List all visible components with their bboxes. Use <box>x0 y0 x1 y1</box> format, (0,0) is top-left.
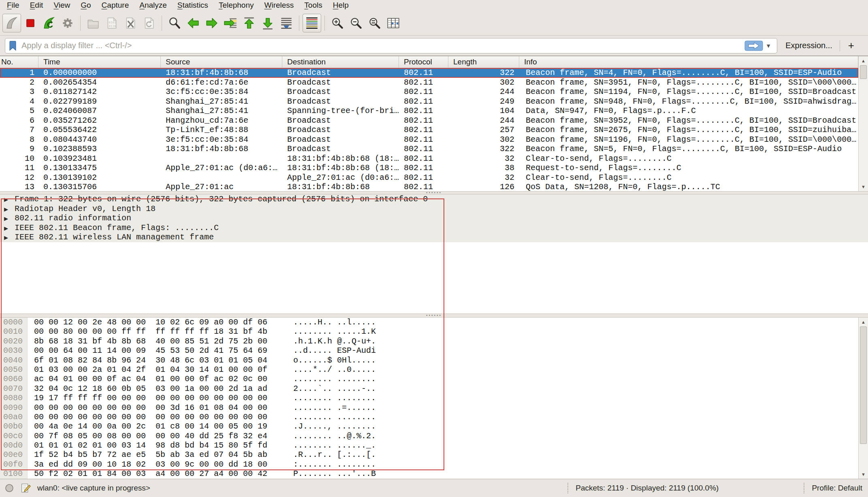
menu-wireless[interactable]: Wireless <box>259 0 299 11</box>
filter-history-caret[interactable]: ▼ <box>763 43 774 49</box>
packet-row[interactable]: 70.055536422Tp-LinkT_ef:48:88Broadcast80… <box>0 125 858 135</box>
packet-row[interactable]: 130.130315706Apple_27:01:ac18:31:bf:4b:8… <box>0 182 858 191</box>
hex-ascii[interactable]: :....... ........ <box>293 460 376 469</box>
go-last-packet-button[interactable] <box>258 14 277 32</box>
expression-button[interactable]: Expression... <box>777 41 840 50</box>
hex-row[interactable]: 0060ac 04 01 00 00 0f ac 04 01 00 00 0f … <box>0 374 858 384</box>
detail-row[interactable]: ▶802.11 radio information <box>0 213 868 223</box>
hex-ascii[interactable]: 2....`.. .....-.. <box>293 384 376 393</box>
expander-icon[interactable]: ▶ <box>4 233 15 242</box>
hex-ascii[interactable]: o......$ 0Hl..... <box>293 356 376 365</box>
zoom-out-button[interactable] <box>347 14 365 32</box>
expander-icon[interactable]: ▶ <box>4 195 15 204</box>
find-packet-button[interactable] <box>165 14 184 32</box>
open-file-button[interactable] <box>84 14 102 32</box>
hex-bytes[interactable]: 01 01 01 02 01 00 03 14 98 d8 bd b4 15 8… <box>34 441 267 450</box>
scroll-up-icon[interactable]: ▲ <box>859 318 868 326</box>
reload-file-button[interactable] <box>140 14 158 32</box>
hex-row[interactable]: 010050 f2 02 01 01 84 00 03 a4 00 00 27 … <box>0 469 858 478</box>
hex-row[interactable]: 009000 00 00 00 00 00 00 00 00 3d 16 01 … <box>0 403 858 412</box>
packet-row[interactable]: 120.130139102Apple_27:01:ac (d0:a6:…802.… <box>0 173 858 183</box>
colorize-packets-button[interactable] <box>303 14 321 32</box>
hex-bytes[interactable]: 00 00 00 00 00 00 00 00 00 00 00 00 00 0… <box>34 412 267 422</box>
packet-row[interactable]: 20.002654354d6:61:fe:cd:7a:6eBroadcast80… <box>0 78 858 87</box>
expander-icon[interactable]: ▶ <box>4 205 15 214</box>
menu-help[interactable]: Help <box>328 0 354 11</box>
hex-bytes[interactable]: 00 4a 0e 14 00 0a 00 2c 01 c8 00 14 00 0… <box>34 422 267 431</box>
menu-capture[interactable]: Capture <box>96 0 134 11</box>
packet-row[interactable]: 80.0804437403e:f5:cc:0e:35:84Broadcast80… <box>0 135 858 145</box>
hex-row[interactable]: 008019 17 ff ff ff 00 00 00 00 00 00 00 … <box>0 393 858 403</box>
hex-ascii[interactable]: ........ ........ <box>293 374 376 384</box>
detail-row[interactable]: ▶Frame 1: 322 bytes on wire (2576 bits),… <box>0 194 868 204</box>
hex-row[interactable]: 00a000 00 00 00 00 00 00 00 00 00 00 00 … <box>0 412 858 422</box>
packet-bytes-scrollbar[interactable]: ▲ ▼ <box>858 318 868 479</box>
add-filter-button[interactable]: + <box>840 39 863 52</box>
pane-splitter[interactable]: •••••• <box>0 191 868 194</box>
column-header-destination[interactable]: Destination <box>282 56 399 68</box>
hex-bytes[interactable]: 00 00 80 00 00 00 ff ff ff ff ff ff 18 3… <box>34 327 267 336</box>
hex-row[interactable]: 00e01f 52 b4 b5 b7 72 ae e5 5b ab 3a ed … <box>0 450 858 459</box>
menu-view[interactable]: View <box>48 0 75 11</box>
hex-bytes[interactable]: 00 00 64 00 11 14 00 09 45 53 50 2d 41 7… <box>34 346 267 355</box>
display-filter-input[interactable] <box>21 41 744 51</box>
menu-edit[interactable]: Edit <box>25 0 49 11</box>
capture-comment-icon[interactable] <box>20 483 31 493</box>
hex-ascii[interactable]: ........ .=...... <box>293 403 376 412</box>
hex-row[interactable]: 00406f 01 08 82 84 8b 96 24 30 48 6c 03 … <box>0 356 858 365</box>
detail-row[interactable]: ▶IEEE 802.11 Beacon frame, Flags: ......… <box>0 223 868 233</box>
scrollbar-thumb[interactable] <box>860 326 867 444</box>
auto-scroll-button[interactable] <box>277 14 296 32</box>
packet-row[interactable]: 10.00000000018:31:bf:4b:8b:68Broadcast80… <box>0 68 858 78</box>
column-header-length[interactable]: Length <box>448 56 519 68</box>
column-header-protocol[interactable]: Protocol <box>399 56 448 68</box>
column-header-no[interactable]: No. <box>0 56 38 68</box>
menu-telephony[interactable]: Telephony <box>213 0 259 11</box>
packet-row[interactable]: 110.130133475Apple_27:01:ac (d0:a6:…18:3… <box>0 163 858 173</box>
hex-row[interactable]: 00b000 4a 0e 14 00 0a 00 2c 01 c8 00 14 … <box>0 422 858 431</box>
hex-bytes[interactable]: 19 17 ff ff ff 00 00 00 00 00 00 00 00 0… <box>34 393 267 403</box>
hex-row[interactable]: 005001 03 00 00 2a 01 04 2f 01 04 30 14 … <box>0 365 858 374</box>
menu-analyze[interactable]: Analyze <box>134 0 172 11</box>
column-header-info[interactable]: Info <box>519 56 858 68</box>
hex-ascii[interactable]: ........ .....1.K <box>293 327 376 336</box>
column-header-time[interactable]: Time <box>38 56 161 68</box>
go-first-packet-button[interactable] <box>240 14 258 32</box>
packet-row[interactable]: 90.10238859318:31:bf:4b:8b:68Broadcast80… <box>0 144 858 154</box>
zoom-in-button[interactable] <box>328 14 347 32</box>
bookmark-icon[interactable] <box>8 41 21 51</box>
hex-ascii[interactable]: ....*../ ..0..... <box>293 365 376 374</box>
start-capture-button[interactable] <box>2 14 21 32</box>
go-forward-button[interactable] <box>203 14 221 32</box>
go-back-button[interactable] <box>184 14 203 32</box>
hex-ascii[interactable]: .R...r.. [.:...[. <box>293 450 376 459</box>
stop-capture-button[interactable] <box>21 14 40 32</box>
packet-row[interactable]: 40.022799189Shanghai_27:85:41Broadcast80… <box>0 97 858 107</box>
expander-icon[interactable]: ▶ <box>4 214 15 223</box>
detail-row[interactable]: ▶IEEE 802.11 wireless LAN management fra… <box>0 233 868 242</box>
scroll-down-icon[interactable]: ▼ <box>859 471 868 478</box>
menu-statistics[interactable]: Statistics <box>172 0 213 11</box>
hex-row[interactable]: 000000 00 12 00 2e 48 00 00 10 02 6c 09 … <box>0 318 858 327</box>
menu-go[interactable]: Go <box>75 0 96 11</box>
pane-splitter[interactable]: •••••• <box>0 314 868 318</box>
detail-row[interactable]: ▶Radiotap Header v0, Length 18 <box>0 204 868 214</box>
filter-apply-button[interactable] <box>744 41 763 51</box>
hex-bytes[interactable]: 32 04 0c 12 18 60 0b 05 03 00 1a 00 00 2… <box>34 384 267 393</box>
hex-row[interactable]: 003000 00 64 00 11 14 00 09 45 53 50 2d … <box>0 346 858 355</box>
hex-ascii[interactable]: ........ ........ <box>293 412 376 422</box>
hex-ascii[interactable]: .J....., ........ <box>293 422 376 431</box>
hex-ascii[interactable]: ..d..... ESP-Audi <box>293 346 376 355</box>
restart-capture-button[interactable] <box>40 14 58 32</box>
hex-ascii[interactable]: P....... ...'...B <box>293 469 376 478</box>
menu-file[interactable]: File <box>2 0 25 11</box>
close-file-button[interactable] <box>121 14 140 32</box>
expert-info-icon[interactable] <box>5 484 14 493</box>
hex-bytes[interactable]: 6f 01 08 82 84 8b 96 24 30 48 6c 03 01 0… <box>34 356 267 365</box>
save-file-button[interactable]: 0101 0110 <box>102 14 121 32</box>
scroll-up-icon[interactable]: ▲ <box>859 57 868 64</box>
resize-columns-button[interactable] <box>384 14 403 32</box>
capture-options-button[interactable] <box>58 14 77 32</box>
hex-ascii[interactable]: ........ ......_. <box>293 441 376 450</box>
hex-row[interactable]: 00f03a ed dd 09 00 10 18 02 03 00 9c 00 … <box>0 460 858 469</box>
